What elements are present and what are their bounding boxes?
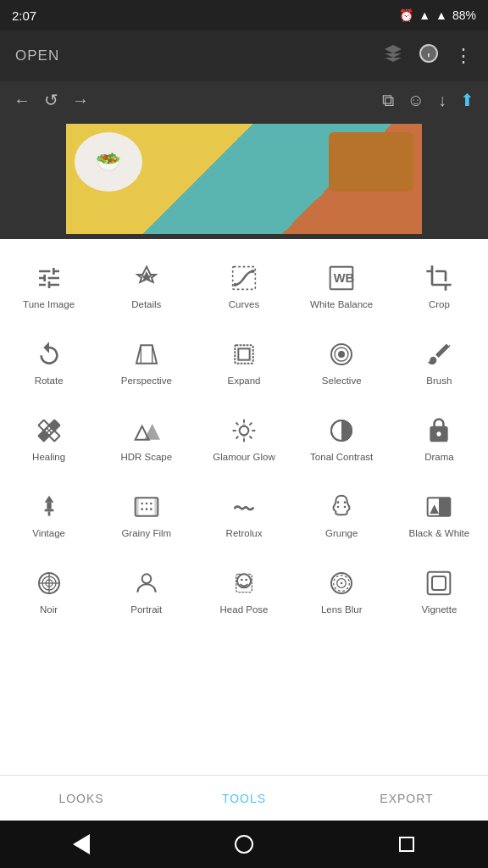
- svg-point-23: [141, 502, 143, 504]
- svg-rect-22: [154, 498, 158, 515]
- face-icon[interactable]: ☺: [408, 91, 424, 110]
- tool-lens-blur[interactable]: Lens Blur: [293, 553, 391, 629]
- tool-grainy-film[interactable]: Grainy Film: [97, 476, 195, 553]
- tool-perspective[interactable]: Perspective: [97, 324, 195, 400]
- drama-icon: [424, 415, 454, 446]
- svg-rect-18: [47, 502, 51, 509]
- noir-icon: [34, 568, 64, 598]
- image-toolbar: ← ↺ → ⧉ ☺ ↓ ⬆: [0, 81, 488, 119]
- tune-image-icon: [34, 263, 64, 293]
- back-button[interactable]: [63, 826, 100, 863]
- copy-icon[interactable]: ⧉: [382, 91, 394, 110]
- tonal-contrast-label: Tonal Contrast: [310, 451, 373, 464]
- more-icon[interactable]: ⋮: [454, 45, 473, 67]
- tool-noir[interactable]: Noir: [0, 553, 97, 629]
- tool-vintage[interactable]: Vintage: [0, 476, 97, 553]
- black-white-label: Black & White: [409, 527, 470, 540]
- expand-icon: [229, 339, 259, 370]
- selective-label: Selective: [322, 375, 362, 387]
- home-button[interactable]: [225, 826, 263, 863]
- details-label: Details: [131, 298, 161, 311]
- curves-icon: [229, 263, 259, 293]
- tool-portrait[interactable]: Portrait: [97, 553, 195, 629]
- tool-retrolux[interactable]: Retrolux: [195, 476, 292, 553]
- tool-brush[interactable]: Brush: [391, 324, 488, 400]
- system-nav-bar: [0, 821, 488, 868]
- vignette-icon: [424, 568, 454, 598]
- redo-icon[interactable]: →: [72, 91, 89, 110]
- svg-point-32: [344, 505, 347, 508]
- head-pose-label: Head Pose: [220, 604, 269, 616]
- image-preview-area: ← ↺ → ⧉ ☺ ↓ ⬆ 🥗: [0, 81, 488, 239]
- tool-hdr-scape[interactable]: HDR Scape: [97, 400, 195, 476]
- portrait-label: Portrait: [130, 604, 162, 616]
- retrolux-label: Retrolux: [226, 527, 263, 540]
- healing-label: Healing: [32, 451, 65, 464]
- grunge-icon: [326, 492, 357, 522]
- expand-label: Expand: [227, 375, 260, 387]
- tool-drama[interactable]: Drama: [391, 400, 488, 476]
- download-icon[interactable]: ↓: [438, 91, 446, 110]
- tool-tonal-contrast[interactable]: Tonal Contrast: [293, 400, 391, 476]
- back-triangle-icon: [73, 834, 90, 854]
- grainy-film-label: Grainy Film: [121, 527, 171, 540]
- portrait-icon: [131, 568, 162, 598]
- svg-point-40: [141, 574, 151, 583]
- tool-tune-image[interactable]: Tune Image: [0, 248, 97, 324]
- crop-label: Crop: [429, 298, 450, 311]
- tonal-contrast-icon: [326, 415, 357, 446]
- svg-point-15: [240, 426, 249, 435]
- svg-rect-49: [428, 571, 451, 594]
- svg-point-4: [233, 283, 236, 287]
- tool-grunge[interactable]: Grunge: [293, 476, 391, 553]
- alarm-icon: ⏰: [399, 8, 413, 22]
- tool-rotate[interactable]: Rotate: [0, 324, 97, 400]
- tools-grid: Tune Image Details Curves: [0, 248, 488, 629]
- svg-point-43: [245, 578, 247, 581]
- signal-icon: ▲: [435, 8, 447, 22]
- vignette-label: Vignette: [421, 604, 457, 616]
- app-title: OPEN: [15, 47, 59, 64]
- tool-white-balance[interactable]: WB White Balance: [293, 248, 391, 324]
- tool-crop[interactable]: Crop: [391, 248, 488, 324]
- grainy-film-icon: [131, 492, 162, 522]
- svg-point-29: [337, 501, 340, 504]
- undo-icon[interactable]: ↺: [44, 90, 58, 110]
- svg-point-42: [241, 578, 243, 581]
- tool-expand[interactable]: Expand: [195, 324, 292, 400]
- food-image: 🥗: [66, 124, 422, 234]
- tab-export[interactable]: EXPORT: [325, 776, 488, 821]
- status-bar: 2:07 ⏰ ▲ ▲ 88%: [0, 0, 488, 31]
- tab-tools[interactable]: TOOLS: [163, 776, 325, 821]
- tool-selective[interactable]: Selective: [293, 324, 391, 400]
- tool-healing[interactable]: Healing: [0, 400, 97, 476]
- tool-curves[interactable]: Curves: [195, 248, 292, 324]
- info-icon[interactable]: [419, 43, 439, 69]
- tune-image-label: Tune Image: [23, 298, 75, 311]
- svg-rect-21: [135, 498, 138, 515]
- wifi-icon: ▲: [419, 8, 430, 22]
- tool-details[interactable]: Details: [97, 248, 195, 324]
- tool-vignette[interactable]: Vignette: [391, 553, 488, 629]
- tool-black-white[interactable]: Black & White: [391, 476, 488, 553]
- svg-point-28: [150, 508, 152, 510]
- tool-glamour-glow[interactable]: Glamour Glow: [195, 400, 292, 476]
- layers-icon[interactable]: [383, 43, 403, 69]
- lens-blur-label: Lens Blur: [321, 604, 363, 616]
- share-icon[interactable]: ⬆: [460, 90, 474, 110]
- recents-button[interactable]: [388, 826, 425, 863]
- glamour-glow-label: Glamour Glow: [213, 451, 275, 464]
- curves-label: Curves: [229, 298, 259, 311]
- svg-point-47: [341, 581, 343, 584]
- time: 2:07: [12, 8, 36, 23]
- home-circle-icon: [235, 835, 253, 854]
- back-icon[interactable]: ←: [14, 91, 30, 110]
- tool-head-pose[interactable]: Head Pose: [195, 553, 292, 629]
- svg-marker-34: [430, 504, 440, 514]
- hdr-scape-icon: [131, 415, 162, 446]
- brush-icon: [424, 339, 454, 370]
- app-bar-icons: ⋮: [383, 43, 473, 69]
- tab-looks[interactable]: LOOKS: [0, 776, 163, 821]
- vintage-label: Vintage: [32, 527, 65, 540]
- vintage-icon: [34, 492, 64, 522]
